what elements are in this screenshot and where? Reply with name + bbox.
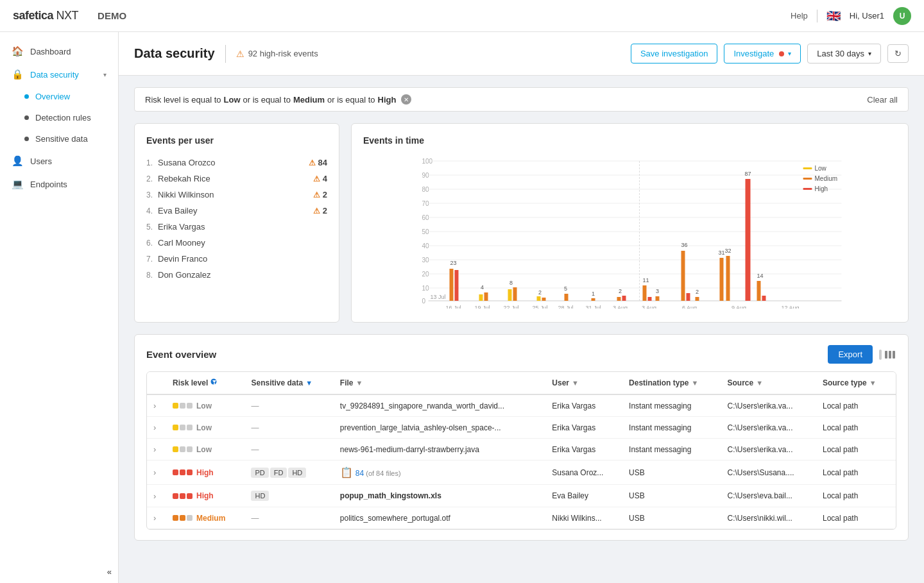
file-name: tv_99284891_singapore_rwanda_worth_david… [340,401,504,410]
refresh-icon: ↻ [894,49,902,58]
bar-high [622,296,626,301]
svg-text:36: 36 [681,242,687,248]
sidebar-item-users[interactable]: 👤 Users [0,149,118,173]
row-expand-button[interactable]: › [153,423,156,432]
header-actions: Save investigation Investigate ▾ Last 30… [631,44,909,63]
risk-count: 92 high-risk events [248,49,318,58]
bar-medium [726,256,730,301]
table-row: ›HighPDFDHD📋84 (of 84 files)Susana Oroz.… [147,460,896,485]
risk-dot [187,493,193,499]
source-type-filter-icon[interactable]: ▼ [869,379,877,387]
row-expand-button[interactable]: › [153,468,156,477]
file-name: politics_somewhere_portugal.otf [340,514,450,523]
main: Data security ⚠ 92 high-risk events Save… [119,32,924,583]
sidebar-item-overview[interactable]: Overview [24,86,118,107]
source-cell: C:\Users\eva.bail... [721,485,816,507]
file-suffix: (of 84 files) [364,469,400,477]
bar-high [455,270,459,301]
investigate-button[interactable]: Investigate ▾ [724,44,801,63]
bar-low [537,296,541,301]
sidebar-item-dashboard[interactable]: 🏠 Dashboard [0,40,118,63]
event-overview-card: Event overview Export [134,334,909,541]
sidebar-item-detection-rules[interactable]: Detection rules [24,107,118,128]
bar-high [648,297,652,301]
endpoints-icon: 💻 [12,178,24,190]
svg-text:8: 8 [509,280,513,286]
risk-level-cell: High [173,468,238,477]
svg-text:0: 0 [422,298,426,305]
file-count: 84 [355,469,364,478]
risk-label: Medium [196,514,225,523]
sidebar-collapse-btn[interactable]: « [0,567,118,577]
source-type-cell: Local path [816,485,896,507]
table-row: ›Low—news-961-medium-darryl-strawberry.j… [147,439,896,460]
column-toggle-button[interactable] [879,349,896,360]
date-range-button[interactable]: Last 30 days ▾ [807,44,881,63]
risk-label: High [196,491,214,500]
events-in-time-title: Events in time [363,135,896,146]
svg-text:40: 40 [422,242,430,249]
bar-medium [720,258,724,301]
risk-label: Low [196,401,212,410]
row-expand-button[interactable]: › [153,444,156,454]
svg-text:32: 32 [724,248,731,254]
risk-dot [173,425,178,430]
refresh-button[interactable]: ↻ [887,44,909,63]
svg-text:6 Aug: 6 Aug [682,305,697,308]
svg-text:70: 70 [422,200,430,207]
sidebar-item-sensitive-data[interactable]: Sensitive data [24,128,118,149]
bar-medium [617,297,621,301]
col-risk-level: Risk level [166,372,244,394]
source-type-cell: Local path [816,460,896,485]
filter-remove-button[interactable]: ✕ [401,94,411,105]
destination-filter-icon[interactable]: ▼ [691,379,698,387]
svg-rect-54 [803,188,812,190]
save-investigation-button[interactable]: Save investigation [631,44,718,63]
sidebar-item-data-security[interactable]: 🔒 Data security ▾ [0,63,118,86]
sidebar-label-users: Users [30,156,52,166]
source-cell: C:\Users\erika.va... [721,394,816,417]
source-cell: C:\Users\erika.va... [721,417,816,439]
risk-dot [187,469,193,475]
col-file: File ▼ [334,372,546,394]
svg-text:12 Aug: 12 Aug [781,305,799,308]
row-expand-button[interactable]: › [153,513,156,523]
content: Risk level is equal to Low or is equal t… [119,76,924,552]
bar-medium [484,292,488,301]
export-button[interactable]: Export [828,345,873,364]
svg-text:4: 4 [481,284,484,291]
svg-text:Medium: Medium [815,175,838,182]
avatar[interactable]: U [893,7,911,25]
file-filter-icon[interactable]: ▼ [355,379,363,387]
help-link[interactable]: Help [791,11,808,21]
clear-all-button[interactable]: Clear all [867,95,898,105]
svg-rect-58 [893,351,895,359]
table-row: ›HighHDpopup_math_kingstown.xlsEva Baile… [147,485,896,507]
svg-text:3 Aug: 3 Aug [613,305,628,308]
users-icon: 👤 [12,155,24,167]
risk-level-filter-icon[interactable] [210,378,218,387]
logo[interactable]: safetica NXT [13,9,78,22]
risk-dot [180,469,185,475]
row-expand-button[interactable]: › [153,401,156,410]
svg-text:11: 11 [642,277,649,283]
risk-dot [173,469,178,475]
svg-rect-57 [889,351,891,359]
source-filter-icon[interactable]: ▼ [756,379,763,387]
risk-dot [180,446,185,452]
risk-dot [173,493,178,499]
chevron-down-icon: ▾ [103,71,107,78]
lock-icon: 🔒 [12,69,24,80]
svg-text:31: 31 [718,249,724,256]
home-icon: 🏠 [12,46,24,57]
bar-medium [513,287,517,301]
sidebar-item-endpoints[interactable]: 💻 Endpoints [0,173,118,196]
col-user: User ▼ [545,372,622,394]
row-expand-button[interactable]: › [153,491,156,501]
bar-low [479,294,483,301]
sensitive-data-filter-icon[interactable]: ▼ [305,379,312,387]
user-filter-icon[interactable]: ▼ [572,379,579,387]
svg-text:22 Jul: 22 Jul [503,305,518,308]
risk-dot [180,425,185,430]
language-flag-icon[interactable]: 🇬🇧 [826,9,841,23]
